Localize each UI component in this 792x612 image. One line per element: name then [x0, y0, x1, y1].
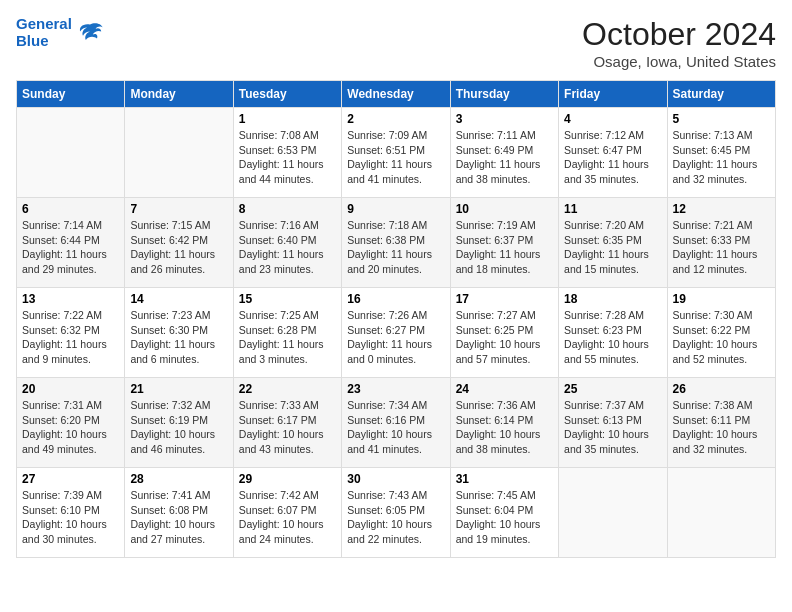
logo-text: GeneralBlue	[16, 16, 72, 49]
day-number: 26	[673, 382, 770, 396]
day-number: 13	[22, 292, 119, 306]
day-info: Sunrise: 7:45 AMSunset: 6:04 PMDaylight:…	[456, 488, 553, 547]
calendar-cell: 5Sunrise: 7:13 AMSunset: 6:45 PMDaylight…	[667, 108, 775, 198]
day-info: Sunrise: 7:18 AMSunset: 6:38 PMDaylight:…	[347, 218, 444, 277]
day-number: 12	[673, 202, 770, 216]
day-number: 23	[347, 382, 444, 396]
day-info: Sunrise: 7:11 AMSunset: 6:49 PMDaylight:…	[456, 128, 553, 187]
day-number: 2	[347, 112, 444, 126]
calendar-cell	[17, 108, 125, 198]
calendar-cell: 20Sunrise: 7:31 AMSunset: 6:20 PMDayligh…	[17, 378, 125, 468]
day-info: Sunrise: 7:41 AMSunset: 6:08 PMDaylight:…	[130, 488, 227, 547]
calendar-cell: 19Sunrise: 7:30 AMSunset: 6:22 PMDayligh…	[667, 288, 775, 378]
day-info: Sunrise: 7:13 AMSunset: 6:45 PMDaylight:…	[673, 128, 770, 187]
calendar-week-row: 6Sunrise: 7:14 AMSunset: 6:44 PMDaylight…	[17, 198, 776, 288]
calendar-cell: 7Sunrise: 7:15 AMSunset: 6:42 PMDaylight…	[125, 198, 233, 288]
day-info: Sunrise: 7:31 AMSunset: 6:20 PMDaylight:…	[22, 398, 119, 457]
page-header: GeneralBlue October 2024 Osage, Iowa, Un…	[16, 16, 776, 70]
day-info: Sunrise: 7:33 AMSunset: 6:17 PMDaylight:…	[239, 398, 336, 457]
calendar-cell: 14Sunrise: 7:23 AMSunset: 6:30 PMDayligh…	[125, 288, 233, 378]
day-header-thursday: Thursday	[450, 81, 558, 108]
day-number: 29	[239, 472, 336, 486]
day-number: 17	[456, 292, 553, 306]
day-info: Sunrise: 7:09 AMSunset: 6:51 PMDaylight:…	[347, 128, 444, 187]
calendar-cell	[559, 468, 667, 558]
day-header-tuesday: Tuesday	[233, 81, 341, 108]
day-info: Sunrise: 7:14 AMSunset: 6:44 PMDaylight:…	[22, 218, 119, 277]
day-info: Sunrise: 7:39 AMSunset: 6:10 PMDaylight:…	[22, 488, 119, 547]
calendar-cell: 3Sunrise: 7:11 AMSunset: 6:49 PMDaylight…	[450, 108, 558, 198]
day-info: Sunrise: 7:21 AMSunset: 6:33 PMDaylight:…	[673, 218, 770, 277]
calendar-week-row: 27Sunrise: 7:39 AMSunset: 6:10 PMDayligh…	[17, 468, 776, 558]
calendar-cell: 23Sunrise: 7:34 AMSunset: 6:16 PMDayligh…	[342, 378, 450, 468]
calendar-cell: 15Sunrise: 7:25 AMSunset: 6:28 PMDayligh…	[233, 288, 341, 378]
day-number: 6	[22, 202, 119, 216]
calendar-cell: 12Sunrise: 7:21 AMSunset: 6:33 PMDayligh…	[667, 198, 775, 288]
calendar-cell: 1Sunrise: 7:08 AMSunset: 6:53 PMDaylight…	[233, 108, 341, 198]
calendar-cell: 8Sunrise: 7:16 AMSunset: 6:40 PMDaylight…	[233, 198, 341, 288]
calendar-cell: 9Sunrise: 7:18 AMSunset: 6:38 PMDaylight…	[342, 198, 450, 288]
day-info: Sunrise: 7:08 AMSunset: 6:53 PMDaylight:…	[239, 128, 336, 187]
calendar-cell: 28Sunrise: 7:41 AMSunset: 6:08 PMDayligh…	[125, 468, 233, 558]
day-number: 31	[456, 472, 553, 486]
calendar-cell: 21Sunrise: 7:32 AMSunset: 6:19 PMDayligh…	[125, 378, 233, 468]
day-number: 7	[130, 202, 227, 216]
calendar-cell: 4Sunrise: 7:12 AMSunset: 6:47 PMDaylight…	[559, 108, 667, 198]
calendar-cell: 24Sunrise: 7:36 AMSunset: 6:14 PMDayligh…	[450, 378, 558, 468]
day-header-monday: Monday	[125, 81, 233, 108]
day-info: Sunrise: 7:25 AMSunset: 6:28 PMDaylight:…	[239, 308, 336, 367]
day-header-friday: Friday	[559, 81, 667, 108]
month-title: October 2024	[582, 16, 776, 53]
day-number: 5	[673, 112, 770, 126]
day-number: 22	[239, 382, 336, 396]
calendar-cell: 2Sunrise: 7:09 AMSunset: 6:51 PMDaylight…	[342, 108, 450, 198]
calendar-cell: 27Sunrise: 7:39 AMSunset: 6:10 PMDayligh…	[17, 468, 125, 558]
calendar-cell: 31Sunrise: 7:45 AMSunset: 6:04 PMDayligh…	[450, 468, 558, 558]
day-info: Sunrise: 7:37 AMSunset: 6:13 PMDaylight:…	[564, 398, 661, 457]
day-header-saturday: Saturday	[667, 81, 775, 108]
calendar-cell: 18Sunrise: 7:28 AMSunset: 6:23 PMDayligh…	[559, 288, 667, 378]
day-number: 3	[456, 112, 553, 126]
day-number: 18	[564, 292, 661, 306]
day-info: Sunrise: 7:30 AMSunset: 6:22 PMDaylight:…	[673, 308, 770, 367]
day-info: Sunrise: 7:12 AMSunset: 6:47 PMDaylight:…	[564, 128, 661, 187]
day-info: Sunrise: 7:16 AMSunset: 6:40 PMDaylight:…	[239, 218, 336, 277]
day-info: Sunrise: 7:19 AMSunset: 6:37 PMDaylight:…	[456, 218, 553, 277]
title-block: October 2024 Osage, Iowa, United States	[582, 16, 776, 70]
calendar-week-row: 20Sunrise: 7:31 AMSunset: 6:20 PMDayligh…	[17, 378, 776, 468]
day-number: 15	[239, 292, 336, 306]
day-number: 16	[347, 292, 444, 306]
location-subtitle: Osage, Iowa, United States	[582, 53, 776, 70]
calendar-cell: 16Sunrise: 7:26 AMSunset: 6:27 PMDayligh…	[342, 288, 450, 378]
calendar-week-row: 1Sunrise: 7:08 AMSunset: 6:53 PMDaylight…	[17, 108, 776, 198]
calendar-cell: 6Sunrise: 7:14 AMSunset: 6:44 PMDaylight…	[17, 198, 125, 288]
day-header-sunday: Sunday	[17, 81, 125, 108]
day-number: 4	[564, 112, 661, 126]
day-number: 30	[347, 472, 444, 486]
day-info: Sunrise: 7:26 AMSunset: 6:27 PMDaylight:…	[347, 308, 444, 367]
day-number: 20	[22, 382, 119, 396]
day-number: 11	[564, 202, 661, 216]
day-number: 8	[239, 202, 336, 216]
day-info: Sunrise: 7:23 AMSunset: 6:30 PMDaylight:…	[130, 308, 227, 367]
day-number: 21	[130, 382, 227, 396]
day-info: Sunrise: 7:42 AMSunset: 6:07 PMDaylight:…	[239, 488, 336, 547]
day-info: Sunrise: 7:34 AMSunset: 6:16 PMDaylight:…	[347, 398, 444, 457]
day-info: Sunrise: 7:38 AMSunset: 6:11 PMDaylight:…	[673, 398, 770, 457]
calendar-cell: 13Sunrise: 7:22 AMSunset: 6:32 PMDayligh…	[17, 288, 125, 378]
day-info: Sunrise: 7:32 AMSunset: 6:19 PMDaylight:…	[130, 398, 227, 457]
day-header-wednesday: Wednesday	[342, 81, 450, 108]
day-number: 1	[239, 112, 336, 126]
calendar-cell: 22Sunrise: 7:33 AMSunset: 6:17 PMDayligh…	[233, 378, 341, 468]
day-number: 10	[456, 202, 553, 216]
day-number: 27	[22, 472, 119, 486]
calendar-cell: 30Sunrise: 7:43 AMSunset: 6:05 PMDayligh…	[342, 468, 450, 558]
day-info: Sunrise: 7:27 AMSunset: 6:25 PMDaylight:…	[456, 308, 553, 367]
calendar-table: SundayMondayTuesdayWednesdayThursdayFrid…	[16, 80, 776, 558]
calendar-cell: 11Sunrise: 7:20 AMSunset: 6:35 PMDayligh…	[559, 198, 667, 288]
calendar-cell: 29Sunrise: 7:42 AMSunset: 6:07 PMDayligh…	[233, 468, 341, 558]
day-number: 19	[673, 292, 770, 306]
day-info: Sunrise: 7:20 AMSunset: 6:35 PMDaylight:…	[564, 218, 661, 277]
calendar-week-row: 13Sunrise: 7:22 AMSunset: 6:32 PMDayligh…	[17, 288, 776, 378]
day-info: Sunrise: 7:22 AMSunset: 6:32 PMDaylight:…	[22, 308, 119, 367]
